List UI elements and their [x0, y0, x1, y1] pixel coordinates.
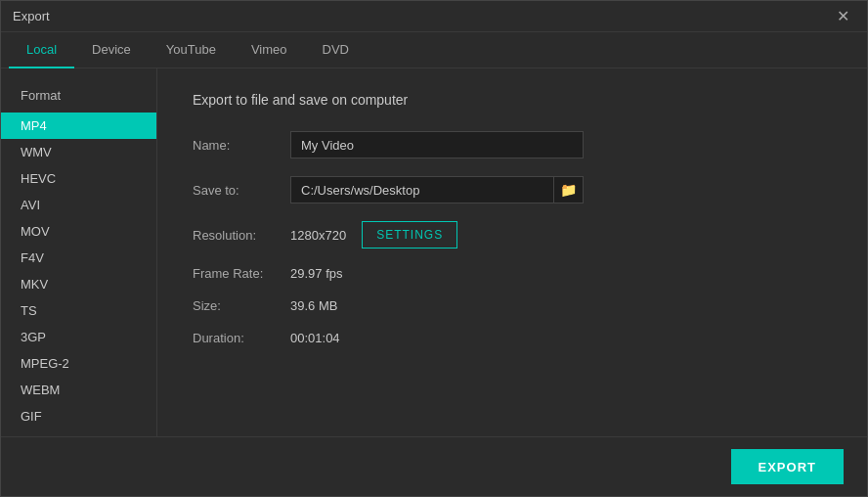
- format-item-mov[interactable]: MOV: [1, 218, 156, 245]
- duration-label: Duration:: [193, 331, 290, 345]
- frame-rate-row: Frame Rate: 29.97 fps: [193, 266, 832, 281]
- format-title: Format: [1, 84, 156, 113]
- frame-rate-label: Frame Rate:: [193, 266, 290, 281]
- frame-rate-value: 29.97 fps: [290, 266, 343, 281]
- footer: EXPORT: [1, 436, 867, 496]
- format-item-webm[interactable]: WEBM: [1, 377, 156, 403]
- tab-vimeo[interactable]: Vimeo: [234, 32, 305, 68]
- size-value: 39.6 MB: [290, 298, 337, 313]
- browse-folder-button[interactable]: 📁: [553, 176, 583, 203]
- main-panel: Export to file and save on computer Name…: [157, 68, 867, 436]
- resolution-label: Resolution:: [193, 228, 290, 243]
- format-item-gif[interactable]: GIF: [1, 403, 156, 429]
- name-label: Name:: [193, 138, 290, 153]
- format-item-mp3[interactable]: MP3: [1, 429, 156, 436]
- name-row: Name:: [193, 131, 832, 158]
- save-to-wrapper: 📁: [290, 176, 584, 203]
- title-bar: Export ✕: [1, 1, 867, 32]
- name-input[interactable]: [290, 131, 584, 158]
- resolution-value: 1280x720: [290, 228, 346, 243]
- format-item-avi[interactable]: AVI: [1, 192, 156, 218]
- format-item-hevc[interactable]: HEVC: [1, 165, 156, 192]
- section-title: Export to file and save on computer: [193, 92, 832, 108]
- folder-icon: 📁: [560, 182, 577, 198]
- save-to-input[interactable]: [291, 178, 553, 203]
- format-item-mkv[interactable]: MKV: [1, 271, 156, 297]
- tab-dvd[interactable]: DVD: [305, 32, 367, 68]
- format-item-ts[interactable]: TS: [1, 297, 156, 324]
- tab-device[interactable]: Device: [74, 32, 149, 68]
- save-to-label: Save to:: [193, 183, 290, 198]
- format-item-3gp[interactable]: 3GP: [1, 324, 156, 350]
- resolution-row: Resolution: 1280x720 SETTINGS: [193, 221, 832, 248]
- tab-local[interactable]: Local: [9, 32, 74, 68]
- format-sidebar: Format MP4 WMV HEVC AVI MOV F4V MKV TS 3…: [1, 68, 157, 436]
- export-dialog: Export ✕ Local Device YouTube Vimeo DVD …: [0, 0, 868, 497]
- format-item-wmv[interactable]: WMV: [1, 139, 156, 165]
- format-item-mpeg2[interactable]: MPEG-2: [1, 350, 156, 377]
- content-area: Format MP4 WMV HEVC AVI MOV F4V MKV TS 3…: [1, 68, 867, 436]
- tabs-bar: Local Device YouTube Vimeo DVD: [1, 32, 867, 68]
- format-item-mp4[interactable]: MP4: [1, 113, 156, 139]
- close-button[interactable]: ✕: [831, 7, 855, 26]
- save-to-row: Save to: 📁: [193, 176, 832, 203]
- settings-button[interactable]: SETTINGS: [362, 221, 457, 248]
- resolution-wrapper: 1280x720 SETTINGS: [290, 221, 457, 248]
- tab-youtube[interactable]: YouTube: [149, 32, 234, 68]
- size-label: Size:: [193, 298, 290, 313]
- export-button[interactable]: EXPORT: [731, 449, 844, 484]
- dialog-title: Export: [13, 9, 50, 23]
- duration-row: Duration: 00:01:04: [193, 331, 832, 345]
- duration-value: 00:01:04: [290, 331, 340, 345]
- size-row: Size: 39.6 MB: [193, 298, 832, 313]
- format-item-f4v[interactable]: F4V: [1, 245, 156, 271]
